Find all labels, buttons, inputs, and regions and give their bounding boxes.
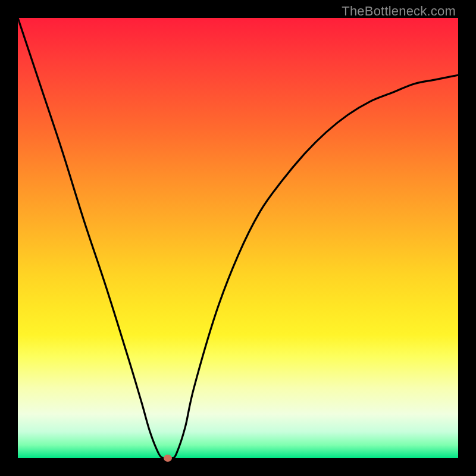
bottleneck-curve — [18, 18, 458, 458]
optimal-point-dot — [164, 455, 172, 462]
watermark-text: TheBottleneck.com — [342, 4, 456, 19]
curve-path — [18, 18, 458, 458]
chart-frame: TheBottleneck.com — [0, 0, 476, 476]
plot-area — [18, 18, 458, 458]
